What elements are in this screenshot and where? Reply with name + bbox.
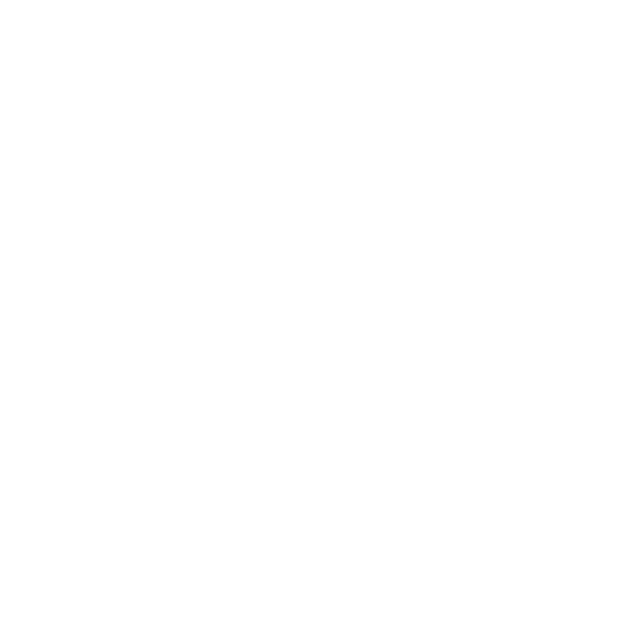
chart-plot [0,0,644,644]
bottleneck-chart [0,0,644,644]
